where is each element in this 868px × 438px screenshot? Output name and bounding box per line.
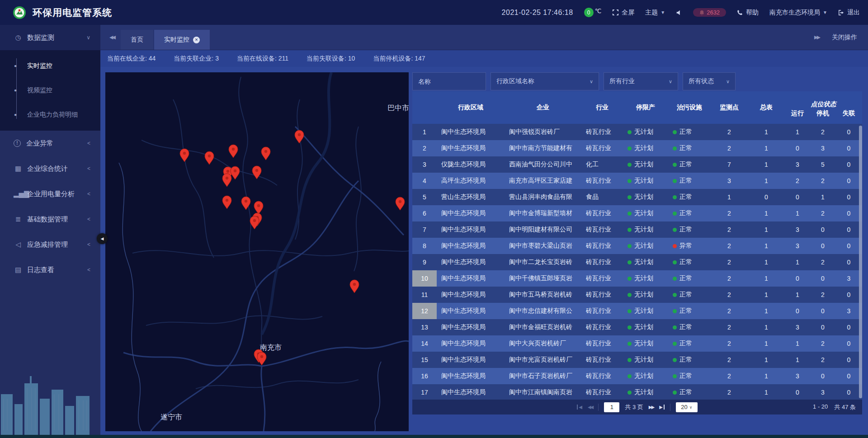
table-row[interactable]: 3仪陇生态环境局西南油气田分公司川中化工无计划正常71350 bbox=[412, 156, 862, 173]
cell-index: 7 bbox=[412, 221, 437, 238]
sidebar-subitem[interactable]: ●企业电力负荷明细 bbox=[0, 103, 100, 127]
sidebar-item[interactable]: ◁应急减排管理< bbox=[0, 232, 100, 257]
sidebar-item[interactable]: ▦企业综合统计< bbox=[0, 156, 100, 181]
page-number-input[interactable] bbox=[604, 402, 619, 412]
tab-realtime-monitor[interactable]: 实时监控 ✕ bbox=[154, 30, 210, 50]
sidebar-subitem[interactable]: ●实时监控 bbox=[0, 54, 100, 78]
col-region-header: 行政区域 bbox=[437, 91, 505, 124]
last-page-button[interactable]: ▶ bbox=[659, 405, 665, 410]
map-pin-icon[interactable] bbox=[231, 166, 240, 179]
cell-lost-count: 0 bbox=[835, 319, 862, 335]
sidebar-item[interactable]: ▤日志查看< bbox=[0, 257, 100, 283]
map-pin-icon[interactable] bbox=[250, 216, 259, 229]
sidebar-item[interactable]: ▂▅▇企业用电量分析< bbox=[0, 181, 100, 207]
first-page-button[interactable]: ◀ bbox=[577, 405, 582, 410]
industry-filter-select[interactable]: 所有行业 ∨ bbox=[604, 72, 678, 90]
cell-monitor-count: 2 bbox=[711, 287, 748, 303]
table-row[interactable]: 11阆中生态环境局阆中市五马桥页岩机砖砖瓦行业无计划正常21120 bbox=[412, 287, 862, 303]
table-row[interactable]: 15阆中生态环境局阆中市光富页岩机砖厂砖瓦行业无计划正常21120 bbox=[412, 352, 862, 368]
gis-map[interactable]: 巴中市南充市遂宁市 bbox=[105, 72, 409, 431]
menu-label: 企业用电量分析 bbox=[27, 190, 75, 198]
status-filter-select[interactable]: 所有状态 ∨ bbox=[683, 72, 736, 90]
notification-badge[interactable]: 2632 bbox=[693, 8, 726, 17]
prev-page-button[interactable]: ◀◀ bbox=[588, 405, 593, 410]
map-pin-icon[interactable] bbox=[261, 147, 270, 160]
org-name: 南充市生态环境局 bbox=[769, 9, 820, 17]
region-filter-select[interactable]: 行政区域名称 ∨ bbox=[491, 72, 599, 90]
table-row[interactable]: 13阆中生态环境局阆中市金福旺页岩机砖砖瓦行业无计划正常21300 bbox=[412, 319, 862, 335]
next-page-button[interactable]: ▶▶ bbox=[649, 405, 654, 410]
map-pin-icon[interactable] bbox=[295, 130, 304, 143]
table-row[interactable]: 5营山生态环境局营山县润丰肉食品有限食品无计划正常10010 bbox=[412, 189, 862, 205]
cell-monitor-count: 2 bbox=[711, 140, 748, 156]
cell-index: 8 bbox=[412, 238, 437, 254]
cell-run-count: 3 bbox=[785, 238, 810, 254]
table-row[interactable]: 4高坪生态环境局南充市高坪区王家店建砖瓦行业无计划正常31220 bbox=[412, 173, 862, 189]
cell-region: 阆中生态环境局 bbox=[437, 335, 505, 352]
fullscreen-button[interactable]: 全屏 bbox=[612, 9, 634, 17]
map-pin-icon[interactable] bbox=[229, 145, 238, 158]
cell-meter-count: 1 bbox=[748, 303, 785, 319]
map-pin-icon[interactable] bbox=[254, 201, 263, 214]
table-row[interactable]: 16阆中生态环境局阆中市石子页岩机砖厂砖瓦行业无计划正常21300 bbox=[412, 368, 862, 384]
tab-scroll-right-icon[interactable]: ▶▶ bbox=[814, 34, 819, 40]
logout-button[interactable]: 退出 bbox=[838, 9, 860, 17]
table-row[interactable]: 14阆中生态环境局阆中大兴页岩机砖厂砖瓦行业无计划正常21120 bbox=[412, 335, 862, 352]
table-row[interactable]: 2阆中生态环境局阆中市南方节能建材有砖瓦行业无计划正常21030 bbox=[412, 140, 862, 156]
tab-close-icon[interactable]: ✕ bbox=[193, 37, 200, 43]
table-scrollbar[interactable] bbox=[859, 126, 862, 398]
temperature-unit: ℃ bbox=[595, 8, 602, 14]
map-collapse-handle[interactable]: ◀ bbox=[97, 233, 108, 244]
map-pin-icon[interactable] bbox=[396, 197, 405, 210]
name-filter-input[interactable] bbox=[412, 72, 486, 90]
table-row[interactable]: 6阆中生态环境局阆中市金博瑞新型墙材砖瓦行业无计划正常21120 bbox=[412, 205, 862, 221]
map-pin-icon[interactable] bbox=[222, 174, 231, 187]
close-operations-button[interactable]: 关闭操作 bbox=[832, 33, 857, 42]
table-row[interactable]: 9阆中生态环境局阆中市二龙长宝页岩砖砖瓦行业无计划正常21120 bbox=[412, 254, 862, 270]
notification-count: 2632 bbox=[707, 9, 720, 16]
menu-label: 企业综合统计 bbox=[27, 165, 68, 173]
tab-home[interactable]: 首页 bbox=[121, 30, 153, 50]
bullet-icon: ● bbox=[14, 88, 17, 93]
sound-mute-button[interactable] bbox=[676, 9, 682, 16]
status-dot-icon bbox=[673, 130, 677, 134]
cell-region: 高坪生态环境局 bbox=[437, 173, 505, 189]
table-row[interactable]: 12阆中生态环境局阆中市忠信建材有限公砖瓦行业无计划正常21003 bbox=[412, 303, 862, 319]
table-row[interactable]: 1阆中生态环境局阆中强锐页岩砖厂砖瓦行业无计划正常21120 bbox=[412, 124, 862, 140]
map-pin-icon[interactable] bbox=[180, 149, 189, 162]
sidebar-item[interactable]: ≣基础数据管理< bbox=[0, 207, 100, 232]
cell-limit-status: 无计划 bbox=[623, 254, 668, 270]
cell-industry: 砖瓦行业 bbox=[581, 254, 623, 270]
table-row[interactable]: 7阆中生态环境局阆中明阳建材有限公司砖瓦行业无计划正常21300 bbox=[412, 221, 862, 238]
tab-scroll-left-icon[interactable]: ◀◀ bbox=[100, 34, 121, 40]
map-pin-icon[interactable] bbox=[222, 196, 231, 209]
sidebar-item[interactable]: ◷数据监测∨ bbox=[0, 25, 100, 50]
cell-stop-count: 0 bbox=[810, 270, 835, 287]
cell-limit-status: 无计划 bbox=[623, 303, 668, 319]
table-header: 行政区域 企业 行业 停限产 治污设施 监测点 总表 点位状态 运行 停机 失联 bbox=[412, 91, 862, 124]
cell-lost-count: 0 bbox=[835, 287, 862, 303]
theme-menu-button[interactable]: 主题 ▼ bbox=[645, 9, 665, 17]
table-row[interactable]: 8阆中生态环境局阆中市枣碧大梁山页岩砖瓦行业无计划异常21300 bbox=[412, 238, 862, 254]
map-pin-icon[interactable] bbox=[257, 352, 266, 365]
col-meter-header: 总表 bbox=[748, 91, 785, 124]
cell-index: 11 bbox=[412, 287, 437, 303]
sidebar-subitem[interactable]: ●视频监控 bbox=[0, 78, 100, 103]
sidebar-menu: ◷数据监测∨●实时监控●视频监控●企业电力负荷明细!企业异常<▦企业综合统计<▂… bbox=[0, 25, 100, 283]
cell-stop-count: 0 bbox=[810, 319, 835, 335]
cell-region: 阆中生态环境局 bbox=[437, 270, 505, 287]
page-size-select[interactable]: 20 ∨ bbox=[676, 402, 698, 412]
cell-meter-count: 1 bbox=[748, 287, 785, 303]
table-row[interactable]: 17阆中生态环境局阆中市江南镇阆南页岩砖瓦行业无计划正常21030 bbox=[412, 384, 862, 400]
map-pin-icon[interactable] bbox=[350, 280, 359, 293]
cell-facility-status: 正常 bbox=[668, 221, 711, 238]
table-row[interactable]: 10阆中生态环境局阆中千佛镇五郎垭页岩砖瓦行业无计划正常21003 bbox=[412, 270, 862, 287]
user-org-menu[interactable]: 南充市生态环境局 ▼ bbox=[769, 9, 827, 17]
cell-region: 仪陇生态环境局 bbox=[437, 156, 505, 173]
col-facility-header: 治污设施 bbox=[668, 91, 711, 124]
cell-run-count: 0 bbox=[785, 189, 810, 205]
map-pin-icon[interactable] bbox=[205, 151, 214, 165]
cell-industry: 食品 bbox=[581, 189, 623, 205]
sidebar-item[interactable]: !企业异常< bbox=[0, 131, 100, 156]
help-button[interactable]: 帮助 bbox=[737, 9, 759, 17]
